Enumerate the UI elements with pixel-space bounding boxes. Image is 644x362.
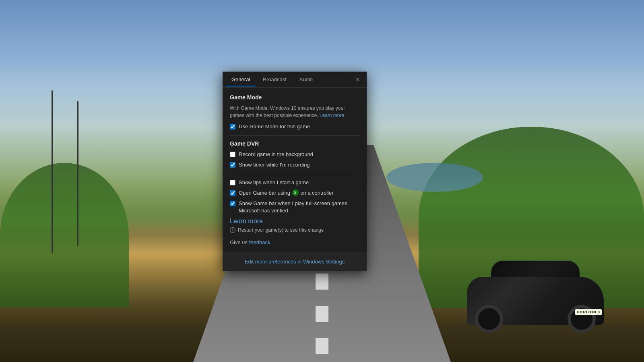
restart-notice-row: i Restart your game(s) to see this chang… <box>230 227 359 233</box>
show-tips-label: Show tips when I start a game <box>239 179 309 186</box>
info-icon: i <box>230 227 235 233</box>
car-wheel-left <box>475 305 503 333</box>
tab-broadcast[interactable]: Broadcast <box>257 73 292 86</box>
give-us-label: Give us <box>230 239 248 245</box>
tab-general[interactable]: General <box>226 73 256 86</box>
trees-left <box>0 163 129 308</box>
dialog-body: Game Mode With Game Mode, Windows 10 ens… <box>223 88 367 252</box>
xbox-icon: X <box>292 189 299 196</box>
show-gamebar-checkbox[interactable] <box>230 201 235 206</box>
open-gamebar-row[interactable]: Open Game bar using X on a controller <box>230 189 359 197</box>
show-timer-row[interactable]: Show timer while I'm recording <box>230 161 359 169</box>
game-mode-title: Game Mode <box>230 94 359 101</box>
car: HORIZON 3 <box>459 245 612 333</box>
dialog-footer: Edit more preferences in Windows Setting… <box>223 252 367 271</box>
feedback-section: Give us feedback <box>230 239 359 245</box>
record-background-label: Record game in the background <box>239 151 313 158</box>
show-tips-row[interactable]: Show tips when I start a game <box>230 179 359 186</box>
game-dvr-section: Game DVR Record game in the background S… <box>230 140 359 169</box>
show-timer-label: Show timer while I'm recording <box>239 161 310 169</box>
game-mode-learn-more-link[interactable]: Learn more <box>320 113 344 118</box>
use-game-mode-checkbox[interactable] <box>230 124 235 130</box>
use-game-mode-row[interactable]: Use Game Mode for this game <box>230 123 359 130</box>
game-mode-section: Game Mode With Game Mode, Windows 10 ens… <box>230 94 359 130</box>
tab-audio[interactable]: Audio <box>294 73 318 86</box>
open-gamebar-label: Open Game bar using X on a controller <box>239 189 334 197</box>
lake <box>386 163 483 192</box>
settings-dialog: General Broadcast Audio × Game Mode With… <box>223 72 367 271</box>
windows-settings-link[interactable]: Edit more preferences in Windows Setting… <box>245 259 345 265</box>
power-pole-2 <box>77 101 78 246</box>
show-gamebar-row[interactable]: Show Game bar when I play full-screen ga… <box>230 200 359 214</box>
show-timer-checkbox[interactable] <box>230 162 235 168</box>
use-game-mode-label: Use Game Mode for this game <box>239 123 310 130</box>
record-background-row[interactable]: Record game in the background <box>230 151 359 158</box>
record-background-checkbox[interactable] <box>230 152 235 157</box>
show-gamebar-label: Show Game bar when I play full-screen ga… <box>239 200 359 214</box>
divider-1 <box>230 135 359 136</box>
misc-learn-more-link[interactable]: Learn more <box>230 218 263 224</box>
misc-section: Show tips when I start a game Open Game … <box>230 179 359 233</box>
restart-notice-text: Restart your game(s) to see this change <box>238 227 324 233</box>
close-button[interactable]: × <box>352 74 363 85</box>
license-plate: HORIZON 3 <box>575 309 602 315</box>
power-pole-1 <box>52 90 53 253</box>
divider-2 <box>230 174 359 174</box>
dialog-header: General Broadcast Audio × <box>223 72 367 88</box>
game-dvr-title: Game DVR <box>230 140 359 147</box>
show-tips-checkbox[interactable] <box>230 180 235 185</box>
open-gamebar-checkbox[interactable] <box>230 190 235 196</box>
feedback-link[interactable]: feedback <box>249 239 270 245</box>
game-mode-desc: With Game Mode, Windows 10 ensures you p… <box>230 105 359 119</box>
